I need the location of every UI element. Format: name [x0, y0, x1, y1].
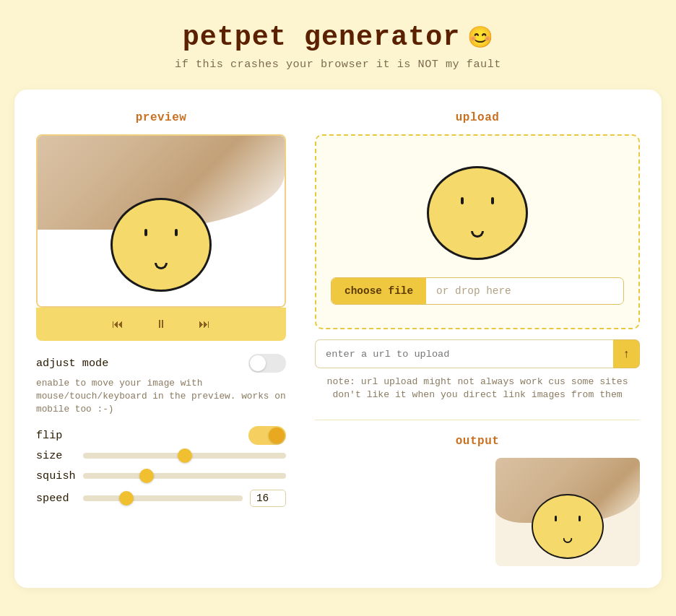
drop-here-text: or drop here — [426, 278, 521, 304]
upload-face-mouth — [471, 231, 484, 238]
top-section: preview ⏮ ⏸ ⏭ — [36, 111, 640, 566]
upload-face-eye-left — [461, 197, 464, 204]
app-subtitle: if this crashes your browser it is NOT m… — [175, 58, 501, 71]
prev-button[interactable]: ⏮ — [96, 313, 139, 335]
face-eye-left — [144, 229, 147, 236]
speed-label: speed — [36, 492, 76, 505]
app-header: petpet generator 😊 if this crashes your … — [175, 22, 501, 71]
speed-value-input[interactable] — [250, 490, 286, 507]
speed-slider[interactable] — [83, 495, 243, 501]
preview-section-title: preview — [36, 111, 286, 124]
face-eye-right — [175, 229, 178, 236]
preview-canvas — [38, 136, 285, 306]
title-row: petpet generator 😊 — [175, 22, 501, 53]
preview-box — [36, 134, 286, 308]
right-panel: upload choose file or drop here ↑ note: … — [315, 111, 640, 566]
choose-file-button[interactable]: choose file — [332, 278, 426, 304]
main-card: preview ⏮ ⏸ ⏭ — [14, 90, 662, 588]
flip-label: flip — [36, 429, 62, 442]
url-note: note: url upload might not always work c… — [315, 376, 640, 402]
output-section: output — [315, 420, 640, 566]
url-input[interactable] — [315, 339, 613, 368]
output-face-eye-left — [555, 516, 557, 521]
flip-toggle[interactable] — [248, 426, 286, 445]
size-slider[interactable] — [83, 453, 286, 459]
output-gif-box — [495, 458, 640, 566]
upload-dropzone[interactable]: choose file or drop here — [315, 134, 640, 329]
app-title: petpet generator — [183, 22, 461, 53]
file-input-row: choose file or drop here — [331, 277, 624, 305]
preview-face — [110, 198, 212, 292]
url-upload-button[interactable]: ↑ — [613, 339, 640, 368]
left-panel: preview ⏮ ⏸ ⏭ — [36, 111, 286, 566]
upload-section-title: upload — [315, 111, 640, 124]
next-button[interactable]: ⏭ — [183, 313, 226, 335]
title-emoji: 😊 — [467, 25, 493, 51]
speed-row: speed — [36, 490, 286, 507]
adjust-mode-label: adjust mode — [36, 357, 108, 370]
adjust-mode-toggle[interactable] — [248, 354, 286, 373]
squish-row: squish — [36, 469, 286, 482]
flip-row: flip — [36, 426, 286, 445]
pause-button[interactable]: ⏸ — [139, 313, 183, 335]
controls-section: adjust mode enable to move your image wi… — [36, 354, 286, 507]
upload-face-eye-right — [491, 197, 494, 204]
face-mouth — [155, 263, 168, 269]
url-upload-row: ↑ — [315, 339, 640, 368]
output-face-mouth — [563, 538, 573, 543]
size-row: size — [36, 449, 286, 462]
adjust-mode-row: adjust mode — [36, 354, 286, 373]
squish-label: squish — [36, 469, 76, 482]
adjust-mode-description: enable to move your image with mouse/tou… — [36, 377, 286, 416]
squish-slider[interactable] — [83, 473, 286, 479]
output-face — [532, 494, 604, 559]
output-section-title: output — [315, 435, 640, 448]
size-label: size — [36, 449, 76, 462]
preview-controls: ⏮ ⏸ ⏭ — [36, 308, 286, 341]
output-face-eye-right — [578, 516, 581, 521]
output-preview — [315, 458, 640, 566]
upload-face-preview — [427, 166, 528, 260]
